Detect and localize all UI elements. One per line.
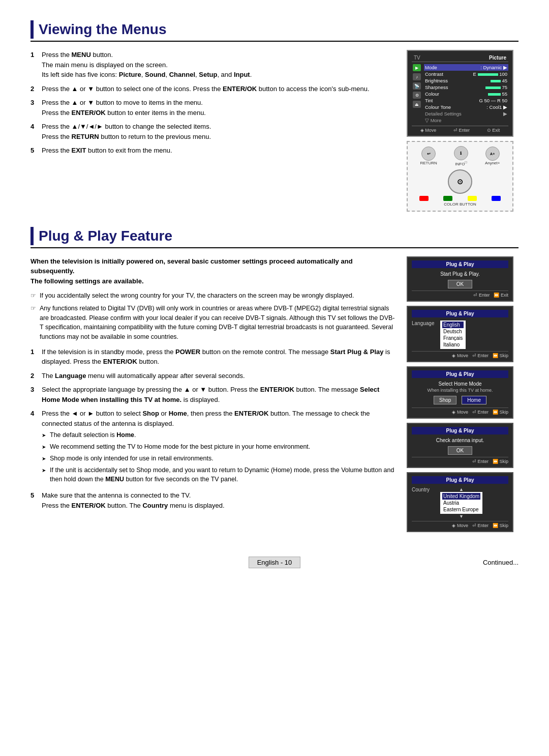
pp-s2-move: ◈ Move <box>452 353 468 358</box>
pp-s2-enter: ⏎ Enter <box>472 353 489 358</box>
pp-s3-skip: ⏩ Skip <box>493 410 508 415</box>
pp-s1-enter: ⏎ Enter <box>473 293 490 298</box>
color-buttons <box>412 196 508 201</box>
pp-screen-2-title: Plug & Play <box>412 310 508 317</box>
pp-screen-4: Plug & Play Check antenna input. OK ⏎ En… <box>407 423 513 468</box>
tv-row-mode-label: Mode <box>425 65 437 70</box>
pp-s2-skip: ⏩ Skip <box>493 353 508 358</box>
step-1: 1 Press the MENU button. The main menu i… <box>30 50 396 80</box>
return-btn: ↩ <box>421 147 436 161</box>
plug-step-5: 5 Make sure that the antenna is connecte… <box>30 490 396 510</box>
tv-row-colourtone-label: Colour Tone <box>425 104 451 110</box>
step-3-num: 3 <box>30 98 38 118</box>
pp-screen-4-ok: OK <box>448 446 472 455</box>
pp-lang-label: Language <box>412 321 437 326</box>
step-1-num: 1 <box>30 50 38 80</box>
tv-row-tint-value: G 50 — R 50 <box>479 98 507 103</box>
tv-row-colour: Colour 55 <box>424 91 508 97</box>
plug-step-4: 4 Press the ◄ or ► button to select Shop… <box>30 409 396 486</box>
pp-lang-deutsch: Deutsch <box>442 328 464 335</box>
plug-note-2: Any functions related to Digital TV (DVB… <box>30 304 396 342</box>
plug-note-1: If you accidentally select the wrong cou… <box>30 291 396 301</box>
page-footer: English - 10 Continued... <box>30 551 518 568</box>
step-5-content: Press the EXIT button to exit from the m… <box>42 146 396 156</box>
info-label: INFO□ <box>454 160 468 166</box>
pp-screen-5: Plug & Play Country ▲ United Kingdom Aus… <box>407 472 513 532</box>
plug-step-4-content: Press the ◄ or ► button to select Shop o… <box>42 409 396 486</box>
pp-lang-italiano: Italiano <box>442 341 464 348</box>
country-arrow-up: ▲ <box>440 487 482 492</box>
step-1-bold: MENU <box>72 51 91 59</box>
continued-text: Continued... <box>483 559 518 566</box>
step-2-num: 2 <box>30 84 38 94</box>
pp-screen-3-body1: Select Home Mode <box>412 381 508 387</box>
tv-row-sharpness: Sharpness 75 <box>424 84 508 91</box>
pp-country-austria: Austria <box>442 500 480 506</box>
viewing-section: Viewing the Menus 1 Press the MENU butto… <box>30 20 518 212</box>
tv-label: TV <box>414 55 420 61</box>
plug-intro: When the television is initially powered… <box>30 256 396 286</box>
step-5: 5 Press the EXIT button to exit from the… <box>30 146 396 156</box>
plug-title: Plug & Play Feature <box>39 228 172 244</box>
pp-s3-move: ◈ Move <box>452 410 468 415</box>
plug-image-col: Plug & Play Start Plug & Play. OK ⏎ Ente… <box>407 256 518 536</box>
plug-text-col: When the television is initially powered… <box>30 256 396 536</box>
pp-screen-4-footer: ⏎ Enter ⏩ Skip <box>412 457 508 464</box>
step-1-bold3: Sound <box>145 71 165 78</box>
anynet-btn: A+ <box>485 147 500 161</box>
tv-menu-box: TV Picture ▶ ♪ 📡 ⚙ ⏏ Mode : <box>407 50 513 137</box>
pp-country-list: United Kingdom Austria Eastern Europe <box>440 492 482 514</box>
green-btn <box>443 196 452 201</box>
plug-step-3: 3 Select the appropriate language by pre… <box>30 385 396 404</box>
pic-label: Picture <box>489 55 506 61</box>
viewing-steps: 1 Press the MENU button. The main menu i… <box>30 50 396 156</box>
plug-step-1-num: 1 <box>30 347 38 367</box>
pp-home-btn[interactable]: Home <box>462 396 486 404</box>
tv-row-detailed: Detailed Settings ▶ <box>424 110 508 117</box>
viewing-title: Viewing the Menus <box>39 21 167 38</box>
pp-screen-5-country-row: Country ▲ United Kingdom Austria Eastern… <box>412 487 508 519</box>
pp-shop-btn[interactable]: Shop <box>434 396 456 404</box>
pp-screen-5-footer: ◈ Move ⏎ Enter ⏩ Skip <box>412 521 508 528</box>
pp-screen-4-body: Check antenna input. <box>412 438 508 443</box>
step-1-bold5: Setup <box>199 71 217 78</box>
pp-s5-skip: ⏩ Skip <box>493 523 508 528</box>
pp-country-ee: Eastern Europe <box>442 506 480 513</box>
plug-step-4-arrows: The default selection is Home. We recomm… <box>42 430 396 484</box>
arrow-1: The default selection is Home. <box>42 430 396 440</box>
viewing-text-col: 1 Press the MENU button. The main menu i… <box>30 50 396 212</box>
step-1-content: Press the MENU button. The main menu is … <box>42 50 396 80</box>
plug-content: When the television is initially powered… <box>30 256 518 536</box>
tv-row-sharpness-label: Sharpness <box>425 84 448 90</box>
pp-screen-2-lang-row: Language English Deutsch Français Italia… <box>412 321 508 349</box>
step-4-num: 4 <box>30 122 38 141</box>
pp-s5-enter: ⏎ Enter <box>472 523 489 528</box>
pp-screen-5-title: Plug & Play <box>412 476 508 484</box>
viewing-content: 1 Press the MENU button. The main menu i… <box>30 50 518 212</box>
viewing-image-col: TV Picture ▶ ♪ 📡 ⚙ ⏏ Mode : <box>407 50 518 212</box>
plug-section: Plug & Play Feature When the television … <box>30 227 518 536</box>
plug-intro-bold: The following settings are available. <box>30 277 144 285</box>
tv-row-sharpness-value: 75 <box>485 84 507 90</box>
step-2-content: Press the ▲ or ▼ button to select one of… <box>42 84 396 94</box>
plug-step-4-num: 4 <box>30 409 38 486</box>
return-label: RETURN <box>420 161 437 165</box>
pp-screen-2: Plug & Play Language English Deutsch Fra… <box>407 306 513 362</box>
tv-row-brightness: Brightness 45 <box>424 77 508 84</box>
pp-lang-francais: Français <box>442 335 464 341</box>
tv-row-detailed-arrow: ▶ <box>503 111 507 117</box>
tv-footer-enter: ⏎ Enter <box>453 128 470 133</box>
step-1-bold2: Picture <box>119 71 141 78</box>
tv-row-mode-value: : Dynamic ▶ <box>480 65 507 70</box>
pp-screen-1-footer: ⏎ Enter ⏩ Exit <box>412 290 508 298</box>
arrow-3: Shop mode is only intended for use in re… <box>42 454 396 463</box>
tv-menu-footer: ◈ Move ⏎ Enter ⊙ Exit <box>412 126 508 133</box>
plug-step-2-content: The Language menu will automatically app… <box>42 371 396 381</box>
step-2: 2 Press the ▲ or ▼ button to select one … <box>30 84 396 94</box>
step-4-content: Press the ▲/▼/◄/► button to change the s… <box>42 122 396 141</box>
pp-screen-3: Plug & Play Select Home Mode When instal… <box>407 366 513 419</box>
step-3-content: Press the ▲ or ▼ button to move to items… <box>42 98 396 118</box>
tv-row-brightness-label: Brightness <box>425 78 448 83</box>
pp-s4-enter: ⏎ Enter <box>472 459 489 464</box>
tv-row-colour-value: 55 <box>488 91 507 97</box>
